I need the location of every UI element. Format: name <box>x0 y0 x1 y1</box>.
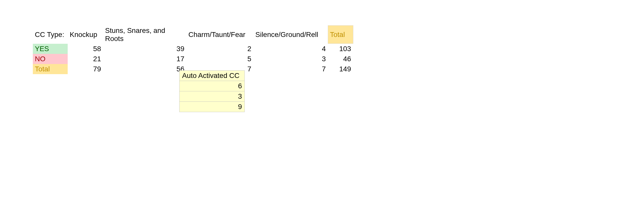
cell-yes-total: 103 <box>328 44 353 54</box>
cell-yes-knockup: 58 <box>68 44 103 54</box>
header-total: Total <box>328 26 353 44</box>
cell-yes-charm: 2 <box>186 44 253 54</box>
table-row-yes: YES 58 39 2 4 103 <box>33 44 353 54</box>
header-cctype: CC Type: <box>33 26 68 44</box>
auto-row-2: 3 <box>180 91 245 102</box>
row-label-yes: YES <box>33 44 68 54</box>
auto-value-1: 6 <box>180 81 245 91</box>
auto-header: Auto Activated CC <box>180 71 245 81</box>
cell-no-total: 46 <box>328 54 353 64</box>
auto-activated-table: Auto Activated CC 6 3 9 <box>179 70 245 112</box>
auto-value-2: 3 <box>180 91 245 102</box>
cell-total-stuns: 56 <box>103 64 186 74</box>
cell-yes-stuns: 39 <box>103 44 186 54</box>
cell-total-knockup: 79 <box>68 64 103 74</box>
row-label-total: Total <box>33 64 68 74</box>
table-row-no: NO 21 17 5 3 46 <box>33 54 353 64</box>
row-label-no: NO <box>33 54 68 64</box>
header-stuns: Stuns, Snares, and Roots <box>103 26 186 44</box>
cell-no-charm: 5 <box>186 54 253 64</box>
table-header-row: CC Type: Knockup Stuns, Snares, and Root… <box>33 26 353 44</box>
cell-no-knockup: 21 <box>68 54 103 64</box>
auto-row-1: 6 <box>180 81 245 91</box>
auto-row-3: 9 <box>180 102 245 112</box>
cell-yes-silence: 4 <box>253 44 328 54</box>
auto-value-3: 9 <box>180 102 245 112</box>
header-silence: Silence/Ground/Rell <box>253 26 328 44</box>
cell-no-stuns: 17 <box>103 54 186 64</box>
cell-total-total: 149 <box>328 64 353 74</box>
cc-type-table: CC Type: Knockup Stuns, Snares, and Root… <box>33 25 353 74</box>
cell-no-silence: 3 <box>253 54 328 64</box>
cell-total-silence: 7 <box>253 64 328 74</box>
header-charm: Charm/Taunt/Fear <box>186 26 253 44</box>
auto-header-row: Auto Activated CC <box>180 71 245 81</box>
header-knockup: Knockup <box>68 26 103 44</box>
